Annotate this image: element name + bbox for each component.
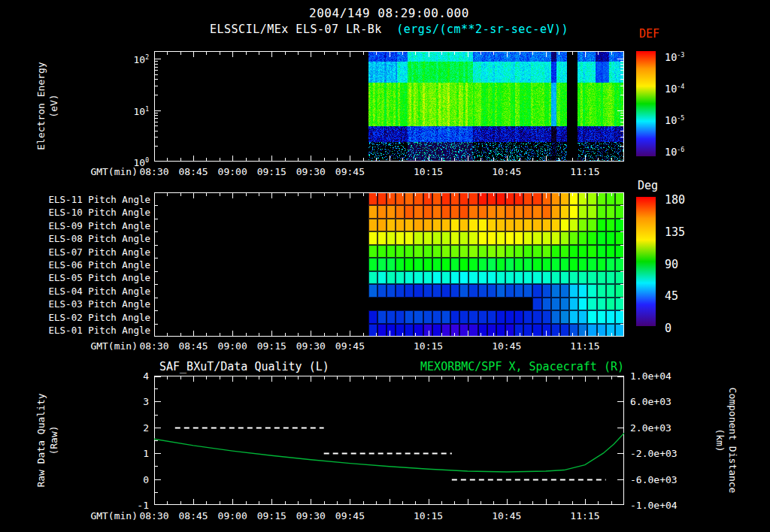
pitch-colorbar bbox=[636, 197, 656, 326]
page-title: 2004/149 08:29:00.000 bbox=[154, 6, 624, 20]
tplot-window: 2004/149 08:29:00.000 ELSSCIL/MEx ELS-07… bbox=[0, 0, 770, 532]
x-tick-label: 09:00 bbox=[218, 510, 247, 521]
spectrogram-colorbar bbox=[636, 51, 656, 156]
y-tick-label: 102 bbox=[133, 52, 149, 65]
raw-quality-axis-line2: (Raw) bbox=[47, 393, 60, 487]
plot-title: ELSSCIL/MEx ELS-07 LR-Bk (ergs/(cm**2-sr… bbox=[154, 23, 624, 36]
pitch-row-label: ELS-05 Pitch Angle bbox=[49, 272, 150, 283]
pitch-row-label: ELS-04 Pitch Angle bbox=[49, 285, 150, 296]
x-tick-label: 09:00 bbox=[218, 340, 247, 352]
x-tick-label: 11:15 bbox=[570, 166, 599, 177]
x-tick-label: 09:45 bbox=[335, 340, 365, 352]
electron-energy-spectrogram bbox=[154, 51, 624, 162]
gmt-axis-label: GMT(min) bbox=[90, 340, 138, 352]
electron-energy-axis-line2: (eV) bbox=[47, 62, 60, 150]
x-tick-label: 08:45 bbox=[179, 166, 208, 177]
quality-left-title: SAF_BXuT/Data Quality (L) bbox=[159, 360, 329, 373]
y-tick-label: 3 bbox=[143, 396, 149, 407]
pitch-row-label: ELS-09 Pitch Angle bbox=[49, 219, 150, 231]
y-tick-label: 2.0e+03 bbox=[630, 422, 671, 433]
x-tick-label: 10:45 bbox=[492, 166, 521, 177]
pitch-row-label: ELS-02 Pitch Angle bbox=[49, 311, 150, 322]
pitch-row-label: ELS-06 Pitch Angle bbox=[49, 259, 150, 271]
x-tick-label: 08:45 bbox=[179, 340, 208, 352]
quality-distance-plot bbox=[154, 376, 624, 505]
y-tick-label: -2.0e+03 bbox=[630, 448, 678, 459]
x-tick-label: 09:00 bbox=[218, 166, 247, 177]
colorbar-tick-label: 45 bbox=[665, 291, 678, 302]
x-tick-label: 11:15 bbox=[570, 510, 599, 521]
y-tick-label: 6.0e+03 bbox=[630, 396, 671, 407]
instrument-title: ELSSCIL/MEx ELS-07 LR-Bk bbox=[210, 23, 382, 36]
x-tick-label: 09:15 bbox=[257, 340, 286, 352]
y-tick-label: -1 bbox=[137, 500, 149, 511]
pitch-row-label: ELS-01 Pitch Angle bbox=[49, 325, 150, 336]
x-tick-label: 09:30 bbox=[296, 166, 326, 177]
x-tick-label: 09:15 bbox=[257, 166, 286, 177]
y-tick-label: 2 bbox=[143, 422, 149, 433]
colorbar-tick-label: 10-5 bbox=[665, 113, 684, 126]
electron-energy-axis-label: Electron Energy (eV) bbox=[35, 62, 60, 150]
x-tick-label: 10:15 bbox=[414, 510, 443, 521]
x-tick-label: 09:15 bbox=[257, 510, 286, 521]
y-tick-label: -1.0e+04 bbox=[630, 500, 678, 511]
colorbar2-label: Deg bbox=[638, 179, 658, 192]
x-tick-label: 10:45 bbox=[492, 510, 521, 521]
x-tick-label: 09:45 bbox=[335, 166, 365, 177]
quality-right-title: MEXORBMC/SPF X, Spacecraft (R) bbox=[420, 360, 624, 373]
gmt-axis-label: GMT(min) bbox=[90, 166, 138, 177]
y-tick-label: 0 bbox=[143, 473, 149, 485]
raw-quality-axis-label: Raw Data Quality (Raw) bbox=[35, 393, 60, 487]
raw-quality-axis-line1: Raw Data Quality bbox=[35, 393, 47, 487]
x-tick-label: 10:15 bbox=[414, 166, 443, 177]
gmt-axis-label: GMT(min) bbox=[90, 510, 138, 521]
colorbar-tick-label: 135 bbox=[665, 226, 685, 237]
component-distance-axis-line1: Component Distance bbox=[726, 388, 739, 494]
pitch-row-label: ELS-11 Pitch Angle bbox=[49, 193, 150, 204]
pitch-row-label: ELS-10 Pitch Angle bbox=[49, 207, 150, 218]
colorbar1-label: DEF bbox=[639, 27, 659, 41]
x-tick-label: 08:30 bbox=[139, 340, 168, 352]
colorbar-tick-label: 10-6 bbox=[665, 144, 684, 158]
x-tick-label: 10:45 bbox=[492, 340, 521, 352]
component-distance-axis-label: Component Distance (km) bbox=[714, 388, 739, 494]
x-tick-label: 10:15 bbox=[414, 340, 443, 352]
colorbar-tick-label: 180 bbox=[665, 195, 685, 206]
colorbar-tick-label: 10-3 bbox=[665, 50, 684, 63]
x-tick-label: 09:30 bbox=[296, 340, 326, 352]
units-label: (ergs/(cm**2-sr-sec-eV)) bbox=[396, 23, 568, 36]
pitch-row-label: ELS-08 Pitch Angle bbox=[49, 233, 150, 244]
pitch-angle-panel bbox=[154, 192, 624, 337]
pitch-row-label: ELS-07 Pitch Angle bbox=[49, 246, 150, 257]
pitch-row-label: ELS-03 Pitch Angle bbox=[49, 298, 150, 310]
y-tick-label: 1 bbox=[143, 448, 149, 459]
electron-energy-axis-line1: Electron Energy bbox=[35, 62, 47, 150]
y-tick-label: -6.0e+03 bbox=[630, 473, 678, 485]
component-distance-axis-line2: (km) bbox=[714, 388, 726, 494]
x-tick-label: 09:30 bbox=[296, 510, 326, 521]
y-tick-label: 4 bbox=[143, 370, 149, 382]
y-tick-label: 1.0e+04 bbox=[630, 370, 671, 382]
y-tick-label: 101 bbox=[133, 104, 149, 116]
y-tick-label: 100 bbox=[133, 155, 149, 168]
x-tick-label: 11:15 bbox=[570, 340, 599, 352]
colorbar-tick-label: 90 bbox=[665, 258, 678, 270]
x-tick-label: 08:30 bbox=[139, 510, 168, 521]
colorbar-tick-label: 10-4 bbox=[665, 81, 684, 95]
colorbar-tick-label: 0 bbox=[665, 323, 671, 334]
x-tick-label: 09:45 bbox=[335, 510, 365, 521]
x-tick-label: 08:45 bbox=[179, 510, 208, 521]
